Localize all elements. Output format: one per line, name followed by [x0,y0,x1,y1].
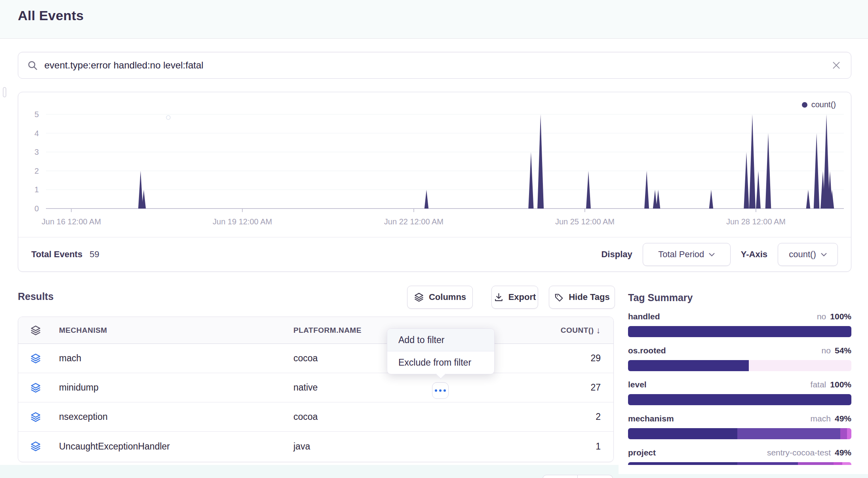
stack-icon [30,325,41,338]
chart-spike [709,190,713,209]
chart-spike [749,114,756,209]
pagination-controls [542,475,613,478]
chart-spike [806,190,810,209]
tag-bar-segment[interactable] [628,326,851,337]
cell-context-menu: Add to filter Exclude from filter [387,328,495,374]
table-row[interactable]: minidumpnative27 [18,373,613,402]
tag-top-percent: 49% [835,448,851,457]
cell-platform[interactable]: cocoa [293,402,318,431]
tag-bar-segment[interactable] [628,394,851,405]
tag-top-value: sentry-cocoa-test [767,448,831,457]
tag-distribution-bar[interactable] [628,326,851,337]
search-bar[interactable]: event.type:error handled:no level:fatal [18,52,851,79]
legend-label: count() [811,100,836,109]
chart-spike [656,190,660,209]
chart-spike [528,152,533,209]
tag-summary-item: handledno100% [628,312,851,337]
cell-count[interactable]: 27 [590,373,601,402]
cell-platform[interactable]: native [293,373,318,402]
column-header-count[interactable]: COUNT() ↓ [561,317,601,344]
tag-name: os.rooted [628,346,666,355]
table-row[interactable]: nsexceptioncocoa2 [18,402,613,432]
tag-icon [554,292,564,302]
x-axis-tick: Jun 16 12:00 AM [42,217,101,226]
chart-spike [744,152,749,209]
tag-distribution-bar[interactable] [628,360,851,371]
cell-count[interactable]: 29 [590,344,601,373]
yaxis-dropdown[interactable]: count() [778,243,838,266]
cell-actions-button[interactable] [432,382,449,399]
column-header-platform[interactable]: PLATFORM.NAME [293,317,362,344]
sort-desc-icon: ↓ [596,325,601,336]
page-title: All Events [18,8,84,23]
cell-mechanism[interactable]: nsexception [59,402,108,431]
tag-summary-item: levelfatal100% [628,380,851,405]
tag-bar-segment[interactable] [628,360,749,371]
tag-bar-segment[interactable] [847,428,851,439]
events-chart-card: 012345Jun 16 12:00 AMJun 19 12:00 AMJun … [18,92,851,272]
sidebar-drag-handle[interactable] [3,87,6,97]
tag-bar-segment[interactable] [737,428,840,439]
cell-count[interactable]: 2 [596,402,601,431]
tag-name: mechanism [628,414,674,423]
tag-bar-segment[interactable] [628,428,737,439]
tag-top-percent: 49% [835,414,851,423]
tag-bar-segment[interactable] [840,428,847,439]
chart-footer: Total Events 59 Display Total Period Y-A… [18,237,851,271]
display-dropdown[interactable]: Total Period [643,243,731,266]
all-events-page: All Events event.type:error handled:no l… [0,0,868,478]
clear-search-icon[interactable] [831,60,841,70]
menu-item-add-to-filter[interactable]: Add to filter [387,329,494,351]
stack-icon [30,441,41,453]
search-input[interactable]: event.type:error handled:no level:fatal [44,60,831,71]
tag-name: level [628,380,647,389]
hide-tags-button[interactable]: Hide Tags [549,286,615,309]
table-header-row: MECHANISM PLATFORM.NAME COUNT() ↓ [18,317,613,344]
y-axis-tick: 2 [34,167,39,175]
search-icon [27,60,38,71]
columns-button-label: Columns [429,292,466,302]
x-axis-tick: Jun 22 12:00 AM [384,217,444,226]
export-button[interactable]: Export [491,286,538,309]
total-events-label: Total Events [31,249,82,260]
chevron-down-icon [709,253,715,256]
y-axis-tick: 5 [34,110,39,119]
y-axis-tick: 0 [34,204,39,213]
x-axis-tick: Jun 28 12:00 AM [726,217,786,226]
table-body: machcocoa29minidumpnative27nsexceptionco… [18,344,613,461]
yaxis-label: Y-Axis [741,249,767,260]
export-button-label: Export [508,292,536,302]
results-heading: Results [18,291,53,302]
x-axis-tick: Jun 25 12:00 AM [555,217,615,226]
tag-distribution-bar[interactable] [628,428,851,439]
cell-platform[interactable]: java [293,432,310,461]
cell-mechanism[interactable]: UncaughtExceptionHandler [59,432,170,461]
tag-top-percent: 100% [830,312,851,321]
hide-tags-button-label: Hide Tags [569,292,610,302]
previous-page-button[interactable] [542,475,578,478]
table-row[interactable]: UncaughtExceptionHandlerjava1 [18,432,613,461]
cell-mechanism[interactable]: mach [59,344,81,373]
cell-platform[interactable]: cocoa [293,344,318,373]
download-icon [494,292,504,302]
column-header-mechanism[interactable]: MECHANISM [59,317,107,344]
stack-icon [30,412,41,424]
events-chart[interactable]: 012345Jun 16 12:00 AMJun 19 12:00 AMJun … [18,92,851,238]
chart-legend[interactable]: count() [802,100,836,109]
tag-summary-heading: Tag Summary [628,292,693,303]
cell-count[interactable]: 1 [596,432,601,461]
chart-spike [537,114,544,209]
tag-name: project [628,448,656,457]
tag-top-value: fatal [811,380,826,389]
total-events-value: 59 [89,249,99,260]
y-axis-tick: 1 [34,185,39,194]
cell-mechanism[interactable]: minidump [59,373,99,402]
next-page-button[interactable] [578,475,613,478]
tag-name: handled [628,312,660,321]
stack-icon [30,353,41,366]
table-row[interactable]: machcocoa29 [18,344,613,373]
tag-distribution-bar[interactable] [628,394,851,405]
columns-button[interactable]: Columns [407,286,473,309]
tag-summary-background [619,465,868,474]
legend-dot-icon [802,102,807,108]
